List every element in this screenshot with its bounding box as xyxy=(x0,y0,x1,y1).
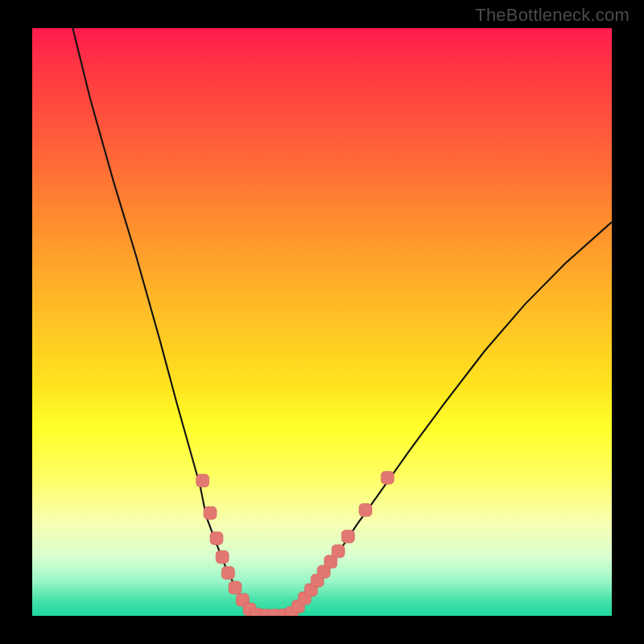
data-marker xyxy=(210,532,223,545)
attribution-text: TheBottleneck.com xyxy=(475,5,630,26)
marker-group xyxy=(196,471,394,616)
curve-left-branch xyxy=(72,28,255,615)
chart-svg xyxy=(32,28,612,616)
data-marker xyxy=(196,474,209,487)
chart-frame: TheBottleneck.com xyxy=(0,0,644,644)
data-marker xyxy=(332,545,345,558)
data-marker xyxy=(221,567,234,580)
data-marker xyxy=(216,551,229,564)
data-marker xyxy=(229,581,242,594)
data-marker xyxy=(341,530,354,543)
data-marker xyxy=(381,471,394,484)
plot-area xyxy=(32,28,612,616)
data-marker xyxy=(359,504,372,517)
data-marker xyxy=(204,506,217,519)
